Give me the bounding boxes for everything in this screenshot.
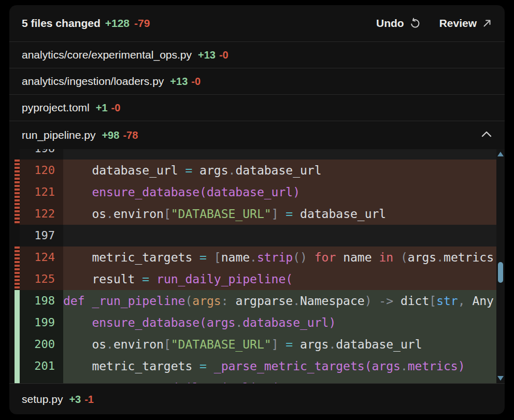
line-number: 124	[20, 247, 63, 268]
line-number: 120	[20, 160, 63, 181]
file-deletions: -1	[84, 394, 94, 405]
line-number: 199	[20, 312, 63, 334]
file-name: run_pipeline.py	[22, 129, 95, 141]
total-additions: +128	[105, 17, 130, 30]
file-row-experimental-ops[interactable]: analytics/core/experimental_ops.py +13 -…	[9, 42, 505, 68]
diff-line: 200 os.environ["DATABASE_URL"] = args.da…	[15, 334, 496, 355]
diff-line: 197	[15, 225, 496, 247]
file-row-loaders[interactable]: analytics/ingestion/loaders.py +13 -0	[9, 68, 505, 94]
scrollbar[interactable]	[496, 149, 505, 383]
scroll-down-arrow-icon[interactable]	[497, 376, 504, 381]
file-row-pyproject[interactable]: pyproject.toml +1 -0	[9, 95, 505, 121]
code-line: os.environ["DATABASE_URL"] = args.databa…	[63, 334, 496, 355]
total-deletions: -79	[134, 17, 150, 30]
file-row-setup[interactable]: setup.py +3 -1	[9, 384, 505, 414]
file-additions: +13	[198, 49, 216, 61]
code-line	[63, 225, 496, 247]
code-line: metric_targets = [name.strip() for name …	[63, 247, 496, 268]
file-name: analytics/ingestion/loaders.py	[22, 75, 164, 88]
diff-gutter-marker	[15, 334, 20, 355]
file-name: setup.py	[22, 393, 63, 405]
code-line: os.environ["DATABASE_URL"] = database_ur…	[63, 203, 496, 225]
diff-line: 201 metric_targets = _parse_metric_targe…	[15, 355, 496, 377]
code-line: database_url = args.database_url	[63, 160, 496, 181]
undo-icon	[409, 18, 421, 29]
diff-line: 120 database_url = args.database_url	[15, 160, 496, 181]
line-number: 196	[20, 149, 63, 160]
diff-gutter-marker	[15, 290, 20, 312]
files-changed-label: 5 files changed	[22, 17, 101, 30]
file-deletions: -0	[219, 49, 229, 61]
diff-gutter-marker	[15, 149, 20, 160]
diff-gutter-marker	[15, 312, 20, 334]
diff-line: 196	[15, 149, 496, 160]
chevron-up-icon	[480, 129, 493, 141]
diff-line: 125 result = run_daily_pipeline(	[15, 268, 496, 290]
panel-header: 5 files changed +128 -79 Undo Review	[9, 5, 505, 41]
diff-lines: 196120 database_url = args.database_url1…	[15, 149, 505, 383]
diff-gutter-marker	[15, 377, 20, 383]
diff-gutter-marker	[15, 181, 20, 203]
line-number: 121	[20, 181, 63, 203]
code-line: def _run_pipeline(args: argparse.Namespa…	[63, 290, 496, 312]
diff-line: 122 os.environ["DATABASE_URL"] = databas…	[15, 203, 496, 225]
collapse-file-button[interactable]	[480, 129, 493, 141]
file-additions: +13	[170, 76, 188, 88]
line-number: 201	[20, 355, 63, 377]
diff-line: 202 return run_daily_pipeline(	[15, 377, 496, 383]
diff-review-panel: 5 files changed +128 -79 Undo Review	[9, 5, 505, 414]
diff-gutter-marker	[15, 247, 20, 268]
review-button[interactable]: Review	[439, 17, 492, 30]
undo-button[interactable]: Undo	[376, 17, 421, 30]
file-name: analytics/core/experimental_ops.py	[22, 49, 192, 61]
file-additions: +1	[96, 102, 108, 114]
diff-gutter-marker	[15, 268, 20, 290]
diff-line: 199 ensure_database(args.database_url)	[15, 312, 496, 334]
scrollbar-thumb[interactable]	[498, 262, 503, 283]
diff-code-view: 196120 database_url = args.database_url1…	[9, 149, 505, 383]
external-link-arrow-icon	[482, 18, 492, 28]
file-name: pyproject.toml	[22, 102, 90, 114]
diff-gutter-marker	[15, 225, 20, 247]
diff-gutter-marker	[15, 203, 20, 225]
line-number: 125	[20, 268, 63, 290]
diff-line: 124 metric_targets = [name.strip() for n…	[15, 247, 496, 268]
undo-label: Undo	[376, 17, 404, 30]
review-label: Review	[439, 17, 477, 30]
code-line	[63, 149, 496, 160]
code-line: ensure_database(args.database_url)	[63, 312, 496, 334]
file-deletions: -0	[191, 76, 201, 88]
file-additions: +98	[102, 129, 119, 141]
diff-gutter-marker	[15, 355, 20, 377]
diff-gutter-marker	[15, 160, 20, 181]
scroll-up-arrow-icon[interactable]	[497, 152, 504, 156]
code-line: result = run_daily_pipeline(	[63, 268, 496, 290]
line-number: 200	[20, 334, 63, 355]
code-line: ensure_database(database_url)	[63, 181, 496, 203]
code-line: return run_daily_pipeline(	[63, 377, 496, 383]
line-number: 198	[20, 290, 63, 312]
changes-summary: 5 files changed +128 -79	[22, 17, 150, 30]
line-number: 202	[20, 377, 63, 383]
file-row-run-pipeline[interactable]: run_pipeline.py +98 -78	[9, 121, 505, 149]
file-additions: +3	[69, 394, 81, 405]
line-number: 122	[20, 203, 63, 225]
file-deletions: -78	[123, 129, 138, 141]
file-deletions: -0	[111, 102, 121, 114]
line-number: 197	[20, 225, 63, 247]
diff-line: 198def _run_pipeline(args: argparse.Name…	[15, 290, 496, 312]
code-line: metric_targets = _parse_metric_targets(a…	[63, 355, 496, 377]
diff-line: 121 ensure_database(database_url)	[15, 181, 496, 203]
